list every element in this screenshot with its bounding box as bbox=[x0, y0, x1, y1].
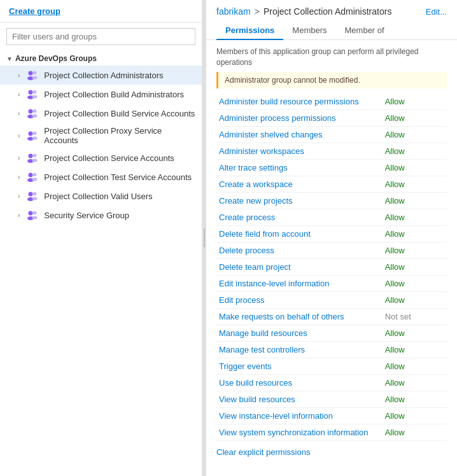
permission-row: Use build resources Allow bbox=[216, 374, 447, 391]
category-label: Azure DevOps Groups bbox=[15, 54, 97, 63]
permission-name[interactable]: Delete team project bbox=[216, 258, 383, 275]
permission-row: Manage test controllers Allow bbox=[216, 341, 447, 358]
permission-name[interactable]: Delete process bbox=[216, 242, 383, 258]
permission-value[interactable]: Allow bbox=[383, 258, 447, 275]
group-chevron-icon: › bbox=[18, 110, 20, 117]
group-item[interactable]: › Project Collection Administrators bbox=[0, 66, 202, 85]
permission-value[interactable]: Allow bbox=[383, 242, 447, 258]
permission-name[interactable]: Administer workspaces bbox=[216, 143, 383, 159]
permission-value[interactable]: Allow bbox=[383, 126, 447, 143]
permission-value[interactable]: Allow bbox=[383, 358, 447, 374]
permission-name[interactable]: Create new projects bbox=[216, 192, 383, 209]
svg-point-23 bbox=[32, 178, 38, 181]
group-item-label: Project Collection Build Administrators bbox=[44, 90, 184, 99]
permission-row: Alter trace settings Allow bbox=[216, 159, 447, 176]
group-item-label: Project Collection Valid Users bbox=[44, 192, 152, 201]
left-panel: Create group ▼ Azure DevOps Groups › Pro… bbox=[0, 0, 202, 476]
permission-name[interactable]: View build resources bbox=[216, 391, 383, 407]
tab-memberOf[interactable]: Member of bbox=[336, 22, 393, 40]
permission-value[interactable]: Allow bbox=[383, 225, 447, 242]
group-chevron-icon: › bbox=[18, 155, 20, 162]
permission-name[interactable]: Manage test controllers bbox=[216, 341, 383, 358]
permission-value[interactable]: Allow bbox=[383, 109, 447, 126]
group-item-label: Project Collection Build Service Account… bbox=[44, 109, 195, 118]
svg-point-18 bbox=[33, 154, 37, 158]
svg-point-27 bbox=[32, 197, 38, 200]
permission-name[interactable]: Administer shelved changes bbox=[216, 126, 383, 143]
permission-row: Administer process permissions Allow bbox=[216, 109, 447, 126]
permission-value[interactable]: Allow bbox=[383, 275, 447, 291]
svg-point-30 bbox=[33, 211, 37, 215]
permission-row: Manage build resources Allow bbox=[216, 325, 447, 341]
group-item[interactable]: › Project Collection Build Administrator… bbox=[0, 85, 202, 104]
permission-row: Create process Allow bbox=[216, 209, 447, 225]
panel-divider[interactable] bbox=[202, 0, 206, 476]
clear-permissions-link[interactable]: Clear explicit permissions bbox=[216, 447, 310, 457]
permission-value[interactable]: Allow bbox=[383, 325, 447, 341]
group-item[interactable]: › Security Service Group bbox=[0, 206, 202, 225]
group-item[interactable]: › Project Collection Valid Users bbox=[0, 186, 202, 206]
permission-name[interactable]: Alter trace settings bbox=[216, 159, 383, 176]
svg-point-0 bbox=[29, 71, 33, 76]
permission-value[interactable]: Allow bbox=[383, 192, 447, 209]
permission-row: Delete field from account Allow bbox=[216, 225, 447, 242]
permission-row: Create new projects Allow bbox=[216, 192, 447, 209]
group-avatar-icon bbox=[26, 129, 39, 142]
permission-name[interactable]: Use build resources bbox=[216, 374, 383, 391]
group-chevron-icon: › bbox=[18, 132, 20, 139]
permission-value[interactable]: Allow bbox=[383, 391, 447, 407]
permission-value[interactable]: Allow bbox=[383, 159, 447, 176]
permission-name[interactable]: Make requests on behalf of others bbox=[216, 308, 383, 325]
group-avatar-icon bbox=[26, 69, 39, 81]
create-group-button[interactable]: Create group bbox=[0, 0, 202, 23]
svg-point-7 bbox=[32, 95, 38, 99]
group-item-label: Project Collection Proxy Service Account… bbox=[44, 126, 195, 145]
permission-value[interactable]: Allow bbox=[383, 94, 447, 110]
permission-row: Make requests on behalf of others Not se… bbox=[216, 308, 447, 325]
permission-name[interactable]: Administer process permissions bbox=[216, 109, 383, 126]
permission-name[interactable]: Edit instance-level information bbox=[216, 275, 383, 291]
permission-row: View instance-level information Allow bbox=[216, 407, 447, 424]
svg-point-8 bbox=[29, 109, 33, 114]
svg-point-19 bbox=[32, 159, 38, 162]
group-chevron-icon: › bbox=[18, 91, 20, 98]
group-item[interactable]: › Project Collection Test Service Accoun… bbox=[0, 167, 202, 186]
permission-name[interactable]: Edit process bbox=[216, 291, 383, 308]
permission-name[interactable]: View system synchronization information bbox=[216, 424, 383, 440]
permission-row: View system synchronization information … bbox=[216, 424, 447, 440]
permission-name[interactable]: Create process bbox=[216, 209, 383, 225]
permission-name[interactable]: Trigger events bbox=[216, 358, 383, 374]
permission-name[interactable]: Manage build resources bbox=[216, 325, 383, 341]
breadcrumb-org[interactable]: fabrikam bbox=[216, 6, 251, 17]
group-chevron-icon: › bbox=[18, 174, 20, 181]
permission-value[interactable]: Allow bbox=[383, 176, 447, 192]
permission-name[interactable]: Administer build resource permissions bbox=[216, 94, 383, 110]
permission-name[interactable]: Create a workspace bbox=[216, 176, 383, 192]
group-item[interactable]: › Project Collection Service Accounts bbox=[0, 148, 202, 167]
edit-button[interactable]: Edit... bbox=[426, 7, 447, 17]
svg-point-14 bbox=[33, 132, 37, 136]
filter-input[interactable] bbox=[6, 28, 195, 45]
tab-members[interactable]: Members bbox=[283, 22, 335, 40]
group-item[interactable]: › Project Collection Proxy Service Accou… bbox=[0, 123, 202, 148]
tab-permissions[interactable]: Permissions bbox=[216, 22, 283, 40]
permission-value[interactable]: Allow bbox=[383, 407, 447, 424]
breadcrumb: fabrikam > Project Collection Administra… bbox=[216, 6, 447, 17]
permission-value[interactable]: Not set bbox=[383, 308, 447, 325]
permissions-content: Members of this application group can pe… bbox=[206, 40, 457, 476]
group-item[interactable]: › Project Collection Build Service Accou… bbox=[0, 104, 202, 123]
permissions-table: Administer build resource permissions Al… bbox=[216, 94, 447, 441]
permission-value[interactable]: Allow bbox=[383, 209, 447, 225]
permission-value[interactable]: Allow bbox=[383, 374, 447, 391]
permission-value[interactable]: Allow bbox=[383, 291, 447, 308]
svg-point-3 bbox=[32, 76, 38, 80]
permission-name[interactable]: Delete field from account bbox=[216, 225, 383, 242]
svg-point-31 bbox=[32, 216, 38, 220]
group-category[interactable]: ▼ Azure DevOps Groups bbox=[0, 50, 202, 66]
permission-value[interactable]: Allow bbox=[383, 424, 447, 440]
permission-value[interactable]: Allow bbox=[383, 341, 447, 358]
permission-value[interactable]: Allow bbox=[383, 143, 447, 159]
permission-name[interactable]: View instance-level information bbox=[216, 407, 383, 424]
svg-point-15 bbox=[32, 137, 38, 140]
group-chevron-icon: › bbox=[18, 212, 20, 219]
